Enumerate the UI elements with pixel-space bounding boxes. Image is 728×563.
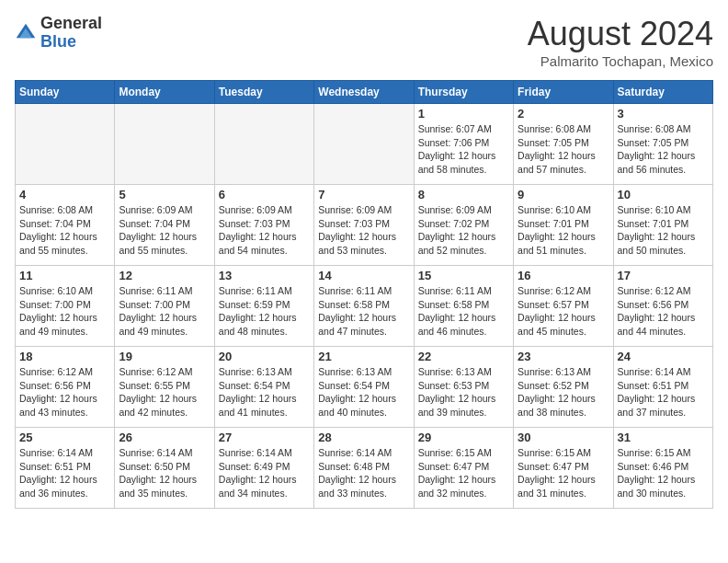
cell-info: Sunrise: 6:15 AM Sunset: 6:47 PM Dayligh… bbox=[518, 446, 609, 500]
logo-general-text: General bbox=[40, 14, 102, 32]
day-number: 22 bbox=[418, 350, 509, 363]
cell-info: Sunrise: 6:14 AM Sunset: 6:48 PM Dayligh… bbox=[318, 446, 409, 500]
cell-info: Sunrise: 6:13 AM Sunset: 6:54 PM Dayligh… bbox=[318, 365, 409, 419]
cell-info: Sunrise: 6:12 AM Sunset: 6:56 PM Dayligh… bbox=[19, 365, 110, 419]
calendar-cell: 16Sunrise: 6:12 AM Sunset: 6:57 PM Dayli… bbox=[514, 266, 613, 347]
cell-info: Sunrise: 6:15 AM Sunset: 6:46 PM Dayligh… bbox=[618, 446, 709, 500]
day-number: 27 bbox=[219, 431, 310, 444]
logo-icon bbox=[15, 22, 37, 44]
cell-info: Sunrise: 6:12 AM Sunset: 6:57 PM Dayligh… bbox=[518, 284, 609, 339]
day-number: 10 bbox=[618, 188, 709, 201]
calendar-cell: 10Sunrise: 6:10 AM Sunset: 7:01 PM Dayli… bbox=[613, 185, 712, 266]
calendar-week-1: 1Sunrise: 6:07 AM Sunset: 7:06 PM Daylig… bbox=[16, 104, 713, 185]
logo-blue-text: Blue bbox=[40, 32, 76, 51]
calendar-cell: 7Sunrise: 6:09 AM Sunset: 7:03 PM Daylig… bbox=[314, 185, 414, 266]
calendar-cell bbox=[16, 104, 115, 185]
cell-info: Sunrise: 6:13 AM Sunset: 6:53 PM Dayligh… bbox=[418, 365, 509, 419]
calendar-cell: 3Sunrise: 6:08 AM Sunset: 7:05 PM Daylig… bbox=[613, 104, 712, 185]
cell-info: Sunrise: 6:08 AM Sunset: 7:04 PM Dayligh… bbox=[19, 203, 110, 258]
calendar-cell: 24Sunrise: 6:14 AM Sunset: 6:51 PM Dayli… bbox=[613, 347, 712, 428]
calendar-cell: 14Sunrise: 6:11 AM Sunset: 6:58 PM Dayli… bbox=[314, 266, 414, 347]
page-header: General Blue August 2024 Palmarito Tocha… bbox=[15, 15, 713, 69]
day-number: 5 bbox=[119, 188, 210, 201]
cell-info: Sunrise: 6:08 AM Sunset: 7:05 PM Dayligh… bbox=[618, 122, 709, 177]
weekday-header-sunday: Sunday bbox=[16, 81, 115, 104]
cell-info: Sunrise: 6:08 AM Sunset: 7:05 PM Dayligh… bbox=[518, 122, 609, 177]
calendar-cell: 29Sunrise: 6:15 AM Sunset: 6:47 PM Dayli… bbox=[414, 428, 513, 509]
day-number: 28 bbox=[318, 431, 409, 444]
calendar-cell bbox=[214, 104, 313, 185]
day-number: 11 bbox=[19, 269, 110, 282]
cell-info: Sunrise: 6:09 AM Sunset: 7:04 PM Dayligh… bbox=[119, 203, 210, 258]
weekday-header-wednesday: Wednesday bbox=[314, 81, 414, 104]
cell-info: Sunrise: 6:15 AM Sunset: 6:47 PM Dayligh… bbox=[418, 446, 509, 500]
calendar-cell: 22Sunrise: 6:13 AM Sunset: 6:53 PM Dayli… bbox=[414, 347, 513, 428]
cell-info: Sunrise: 6:09 AM Sunset: 7:03 PM Dayligh… bbox=[219, 203, 310, 258]
cell-info: Sunrise: 6:14 AM Sunset: 6:51 PM Dayligh… bbox=[618, 365, 709, 419]
calendar-cell: 6Sunrise: 6:09 AM Sunset: 7:03 PM Daylig… bbox=[214, 185, 313, 266]
calendar-cell bbox=[115, 104, 214, 185]
calendar-cell: 11Sunrise: 6:10 AM Sunset: 7:00 PM Dayli… bbox=[16, 266, 115, 347]
calendar-cell: 30Sunrise: 6:15 AM Sunset: 6:47 PM Dayli… bbox=[514, 428, 613, 509]
calendar-cell: 23Sunrise: 6:13 AM Sunset: 6:52 PM Dayli… bbox=[514, 347, 613, 428]
cell-info: Sunrise: 6:14 AM Sunset: 6:50 PM Dayligh… bbox=[119, 446, 210, 500]
day-number: 1 bbox=[418, 107, 509, 121]
logo: General Blue bbox=[15, 15, 102, 52]
day-number: 19 bbox=[119, 350, 210, 363]
day-number: 24 bbox=[618, 350, 709, 363]
day-number: 7 bbox=[318, 188, 409, 201]
cell-info: Sunrise: 6:13 AM Sunset: 6:52 PM Dayligh… bbox=[518, 365, 609, 419]
day-number: 8 bbox=[418, 188, 509, 201]
calendar-body: 1Sunrise: 6:07 AM Sunset: 7:06 PM Daylig… bbox=[16, 104, 713, 509]
calendar-cell bbox=[314, 104, 414, 185]
calendar-cell: 8Sunrise: 6:09 AM Sunset: 7:02 PM Daylig… bbox=[414, 185, 513, 266]
cell-info: Sunrise: 6:07 AM Sunset: 7:06 PM Dayligh… bbox=[418, 122, 509, 177]
calendar-table: SundayMondayTuesdayWednesdayThursdayFrid… bbox=[15, 80, 713, 509]
calendar-week-5: 25Sunrise: 6:14 AM Sunset: 6:51 PM Dayli… bbox=[16, 428, 713, 509]
day-number: 31 bbox=[618, 431, 709, 444]
day-number: 29 bbox=[418, 431, 509, 444]
calendar-cell: 15Sunrise: 6:11 AM Sunset: 6:58 PM Dayli… bbox=[414, 266, 513, 347]
calendar-cell: 2Sunrise: 6:08 AM Sunset: 7:05 PM Daylig… bbox=[514, 104, 613, 185]
title-block: August 2024 Palmarito Tochapan, Mexico bbox=[528, 15, 713, 69]
calendar-cell: 21Sunrise: 6:13 AM Sunset: 6:54 PM Dayli… bbox=[314, 347, 414, 428]
cell-info: Sunrise: 6:13 AM Sunset: 6:54 PM Dayligh… bbox=[219, 365, 310, 419]
day-number: 25 bbox=[19, 431, 110, 444]
month-title: August 2024 bbox=[528, 15, 713, 53]
cell-info: Sunrise: 6:12 AM Sunset: 6:55 PM Dayligh… bbox=[119, 365, 210, 419]
cell-info: Sunrise: 6:11 AM Sunset: 7:00 PM Dayligh… bbox=[119, 284, 210, 339]
calendar-cell: 1Sunrise: 6:07 AM Sunset: 7:06 PM Daylig… bbox=[414, 104, 513, 185]
calendar-cell: 31Sunrise: 6:15 AM Sunset: 6:46 PM Dayli… bbox=[613, 428, 712, 509]
calendar-cell: 9Sunrise: 6:10 AM Sunset: 7:01 PM Daylig… bbox=[514, 185, 613, 266]
calendar-header: SundayMondayTuesdayWednesdayThursdayFrid… bbox=[16, 81, 713, 104]
day-number: 26 bbox=[119, 431, 210, 444]
day-number: 23 bbox=[518, 350, 609, 363]
calendar-cell: 19Sunrise: 6:12 AM Sunset: 6:55 PM Dayli… bbox=[115, 347, 214, 428]
calendar-cell: 28Sunrise: 6:14 AM Sunset: 6:48 PM Dayli… bbox=[314, 428, 414, 509]
cell-info: Sunrise: 6:09 AM Sunset: 7:03 PM Dayligh… bbox=[318, 203, 409, 258]
day-number: 13 bbox=[219, 269, 310, 282]
calendar-cell: 5Sunrise: 6:09 AM Sunset: 7:04 PM Daylig… bbox=[115, 185, 214, 266]
calendar-cell: 4Sunrise: 6:08 AM Sunset: 7:04 PM Daylig… bbox=[16, 185, 115, 266]
calendar-cell: 12Sunrise: 6:11 AM Sunset: 7:00 PM Dayli… bbox=[115, 266, 214, 347]
calendar-week-4: 18Sunrise: 6:12 AM Sunset: 6:56 PM Dayli… bbox=[16, 347, 713, 428]
day-number: 16 bbox=[518, 269, 609, 282]
calendar-cell: 13Sunrise: 6:11 AM Sunset: 6:59 PM Dayli… bbox=[214, 266, 313, 347]
cell-info: Sunrise: 6:11 AM Sunset: 6:58 PM Dayligh… bbox=[318, 284, 409, 339]
day-number: 9 bbox=[518, 188, 609, 201]
cell-info: Sunrise: 6:12 AM Sunset: 6:56 PM Dayligh… bbox=[618, 284, 709, 339]
location-subtitle: Palmarito Tochapan, Mexico bbox=[528, 53, 713, 69]
day-number: 2 bbox=[518, 107, 609, 121]
cell-info: Sunrise: 6:14 AM Sunset: 6:49 PM Dayligh… bbox=[219, 446, 310, 500]
weekday-row: SundayMondayTuesdayWednesdayThursdayFrid… bbox=[16, 81, 713, 104]
day-number: 6 bbox=[219, 188, 310, 201]
weekday-header-friday: Friday bbox=[514, 81, 613, 104]
cell-info: Sunrise: 6:11 AM Sunset: 6:58 PM Dayligh… bbox=[418, 284, 509, 339]
day-number: 18 bbox=[19, 350, 110, 363]
day-number: 21 bbox=[318, 350, 409, 363]
day-number: 15 bbox=[418, 269, 509, 282]
calendar-cell: 17Sunrise: 6:12 AM Sunset: 6:56 PM Dayli… bbox=[613, 266, 712, 347]
cell-info: Sunrise: 6:10 AM Sunset: 7:01 PM Dayligh… bbox=[618, 203, 709, 258]
weekday-header-tuesday: Tuesday bbox=[214, 81, 313, 104]
weekday-header-saturday: Saturday bbox=[613, 81, 712, 104]
